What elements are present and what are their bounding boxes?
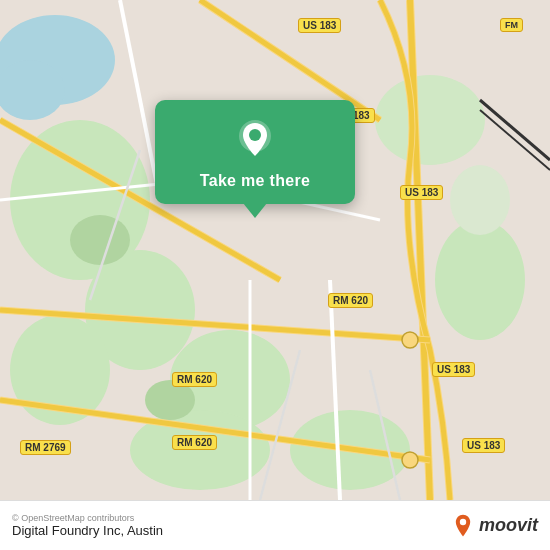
- svg-point-11: [450, 165, 510, 235]
- road-label-us183-mid: US 183: [400, 185, 443, 200]
- moovit-pin-icon: [451, 514, 475, 538]
- attribution: © OpenStreetMap contributors: [12, 513, 163, 523]
- road-label-us183-bot1: US 183: [432, 362, 475, 377]
- moovit-text: moovit: [479, 515, 538, 536]
- road-label-rm620-3: RM 620: [172, 435, 217, 450]
- road-label-fm: FM: [500, 18, 523, 32]
- road-label-rm620-2: RM 620: [172, 372, 217, 387]
- svg-point-37: [249, 129, 261, 141]
- road-label-us183-bot2: US 183: [462, 438, 505, 453]
- svg-point-12: [70, 215, 130, 265]
- map-pin-icon: [233, 118, 277, 162]
- map-container: US 183 FM 183 US 183 RM 620 RM 620 RM 62…: [0, 0, 550, 500]
- bottom-bar: © OpenStreetMap contributors Digital Fou…: [0, 500, 550, 550]
- svg-point-7: [375, 75, 485, 165]
- svg-point-38: [460, 518, 466, 524]
- road-label-rm2769: RM 2769: [20, 440, 71, 455]
- moovit-logo: moovit: [451, 514, 538, 538]
- place-info: © OpenStreetMap contributors Digital Fou…: [12, 513, 163, 538]
- road-label-us183-top: US 183: [298, 18, 341, 33]
- place-name: Digital Foundry Inc, Austin: [12, 523, 163, 538]
- svg-point-8: [435, 220, 525, 340]
- svg-point-32: [402, 452, 418, 468]
- road-label-rm620-1: RM 620: [328, 293, 373, 308]
- popup-label: Take me there: [200, 172, 310, 190]
- svg-point-31: [402, 332, 418, 348]
- map-background: [0, 0, 550, 500]
- take-me-there-button[interactable]: Take me there: [155, 100, 355, 204]
